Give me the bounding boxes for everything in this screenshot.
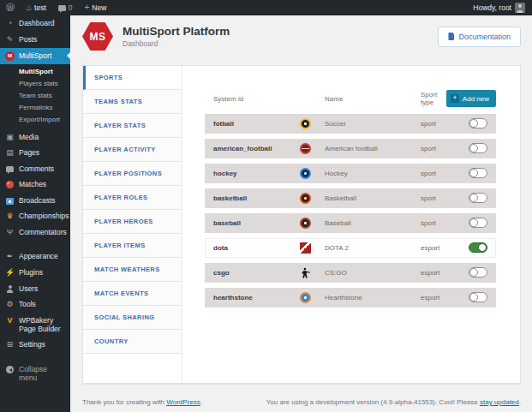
sidebar-item-label: Media (19, 133, 39, 141)
tab-match-weathers[interactable]: MATCH WEATHERS (83, 258, 182, 282)
sport-name: Hearthstone (325, 294, 421, 302)
sport-system-id: hockey (205, 170, 286, 177)
sidebar-item-label: Commentators (19, 228, 67, 236)
submenu-item-team-stats[interactable]: Team stats (0, 90, 70, 102)
sidebar-item-wpbakery-page-builder[interactable]: VWPBakery Page Builder (0, 313, 70, 337)
sport-type: sport (421, 219, 469, 227)
toggle-knob (469, 144, 478, 152)
avatar[interactable] (515, 3, 525, 13)
sidebar-item-matches[interactable]: Matches (0, 176, 70, 192)
tab-player-heroes[interactable]: PLAYER HEROES (83, 210, 182, 234)
enable-toggle-baseball[interactable] (469, 218, 487, 228)
enable-toggle-csgo[interactable] (469, 267, 487, 278)
enable-toggle-fotball[interactable] (469, 118, 487, 128)
plus-icon: + (451, 94, 459, 103)
dashboard-icon: ◔ (5, 19, 15, 28)
sidebar: ◔Dashboard✎PostsMMultiSportMultiSportPla… (0, 15, 70, 412)
howdy-label[interactable]: Howdy, root (473, 3, 511, 12)
comments-menu[interactable]: 0 (52, 0, 79, 15)
multisport-logo-icon: M (5, 51, 15, 61)
add-new-button[interactable]: + Add new (446, 90, 496, 107)
sidebar-item-commentators[interactable]: ΨCommentators (0, 224, 70, 241)
sport-system-id: hearthstone (205, 294, 286, 302)
sidebar-item-label: Comments (19, 164, 54, 173)
tab-list: SPORTSTEAMS STATSPLAYER STATSPLAYER ACTI… (83, 66, 182, 383)
sidebar-item-broadcasts[interactable]: Broadcasts (0, 193, 70, 208)
sidebar-item-multisport[interactable]: MMultiSport (0, 48, 70, 64)
footer: Thank you for creating with WordPress. Y… (82, 398, 521, 406)
toggle-cell (469, 118, 496, 130)
tab-player-roles[interactable]: PLAYER ROLES (83, 186, 182, 210)
tab-player-items[interactable]: PLAYER ITEMS (83, 234, 182, 258)
sidebar-item-label: Settings (19, 340, 45, 349)
sidebar-item-dashboard[interactable]: ◔Dashboard (0, 15, 70, 32)
new-label: New (92, 3, 106, 12)
sport-icon-cell (286, 118, 325, 129)
sport-icon-cell (286, 242, 325, 254)
submenu-item-multisport[interactable]: MultiSport (0, 66, 70, 78)
enable-toggle-hockey[interactable] (469, 168, 487, 178)
enable-toggle-hearthstone[interactable] (469, 292, 487, 302)
sport-icon-cell (286, 218, 325, 229)
submenu-item-permalinks[interactable]: Permalinks (0, 102, 70, 114)
sport-row-dota: dotaDOTA 2esport (205, 238, 496, 258)
appearance-icon: ✒ (5, 252, 15, 261)
toggle-knob (469, 194, 478, 202)
sidebar-item-collapse-menu[interactable]: Collapse menu (0, 361, 70, 385)
tab-player-stats[interactable]: PLAYER STATS (83, 114, 182, 138)
tab-player-activity[interactable]: PLAYER ACTIVITY (83, 138, 182, 162)
wordpress-link[interactable]: WordPress (166, 398, 200, 406)
toggle-cell (469, 193, 496, 205)
column-name: Name (325, 95, 421, 103)
enable-toggle-basketball[interactable] (469, 193, 487, 203)
sport-row-fotball: fotballSoccersport (205, 114, 496, 134)
sidebar-item-comments[interactable]: Comments (0, 161, 70, 176)
sport-name: CS:GO (325, 269, 421, 277)
toggle-cell (469, 168, 496, 180)
sidebar-item-appearance[interactable]: ✒Appearance (0, 248, 70, 265)
sidebar-item-championships[interactable]: ♛Championships (0, 208, 70, 224)
enable-toggle-dota[interactable] (469, 242, 487, 253)
tab-social-sharing[interactable]: SOCIAL SHARING (83, 306, 182, 330)
new-content-menu[interactable]: + New (78, 0, 112, 15)
tab-teams-stats[interactable]: TEAMS STATS (83, 90, 182, 114)
tab-match-events[interactable]: MATCH EVENTS (83, 282, 182, 306)
tab-country[interactable]: COUNTRY (83, 330, 182, 354)
sport-type: sport (421, 194, 469, 202)
submenu-item-export-import[interactable]: Export/Import (0, 114, 70, 126)
tab-sports[interactable]: SPORTS (83, 66, 182, 90)
sidebar-item-label: Tools (19, 300, 36, 308)
documentation-label: Documentation (458, 33, 511, 41)
menu-separator (0, 240, 70, 248)
submenu-item-players-stats[interactable]: Players stats (0, 78, 70, 90)
sidebar-item-media[interactable]: ▣Media (0, 129, 70, 146)
basketball-icon (300, 193, 311, 204)
toggle-knob (469, 169, 478, 177)
wordpress-logo-icon[interactable]: Ⓦ (0, 0, 21, 15)
enable-toggle-american_football[interactable] (469, 143, 487, 153)
sidebar-item-users[interactable]: Users (0, 281, 70, 296)
american-football-icon (300, 143, 311, 154)
sport-name: Basketball (325, 194, 421, 202)
sidebar-item-label: Posts (19, 35, 37, 44)
sport-row-basketball: basketballBasketballsport (205, 188, 496, 208)
sidebar-item-pages[interactable]: ▤Pages (0, 145, 70, 161)
tab-player-positions[interactable]: PLAYER POSITIONS (83, 162, 182, 186)
sidebar-item-label: Collapse menu (19, 365, 65, 382)
sidebar-item-label: Pages (19, 148, 39, 157)
sidebar-item-tools[interactable]: ⚙Tools (0, 296, 70, 313)
sidebar-item-posts[interactable]: ✎Posts (0, 32, 70, 48)
home-icon: ⌂ (27, 3, 32, 12)
documentation-button[interactable]: Documentation (438, 27, 521, 47)
sidebar-item-label: Plugins (19, 268, 43, 277)
sidebar-item-plugins[interactable]: ⚡Plugins (0, 265, 70, 281)
stay-updated-link[interactable]: stay updated (480, 398, 519, 406)
sport-row-csgo: csgoCS:GOesport (205, 263, 496, 283)
add-new-label: Add new (463, 95, 489, 103)
site-name-menu[interactable]: ⌂ test (21, 0, 52, 15)
sport-system-id: baseball (205, 219, 286, 227)
sport-system-id: basketball (205, 194, 286, 202)
sidebar-item-settings[interactable]: ⊞Settings (0, 337, 70, 353)
sport-type: esport (421, 269, 469, 277)
submenu-multisport: MultiSportPlayers statsTeam statsPermali… (0, 64, 70, 129)
